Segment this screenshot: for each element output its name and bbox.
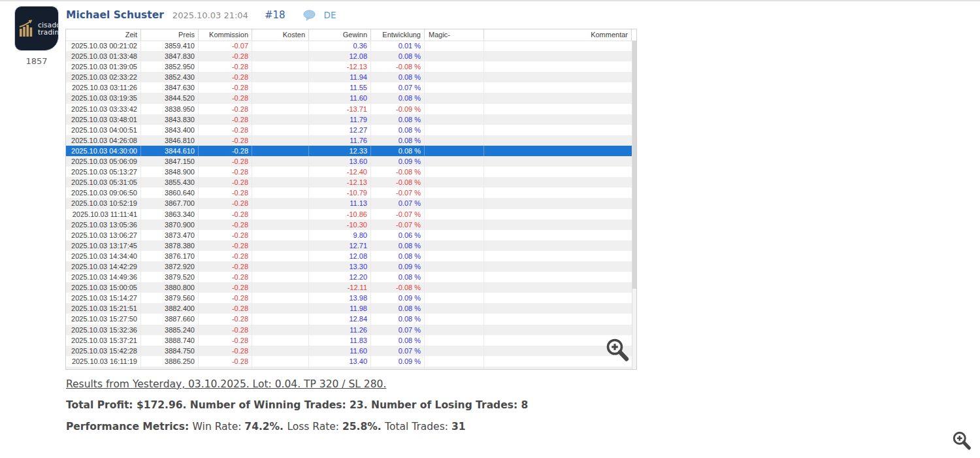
- cell-kosten: [252, 261, 309, 272]
- table-row[interactable]: 2025.10.03 14:34:403876.170-0.2812.080.0…: [66, 251, 632, 261]
- cell-kommission: -0.28: [199, 325, 252, 335]
- table-row[interactable]: 2025.10.03 03:11:263847.630-0.2811.550.0…: [66, 82, 632, 93]
- cell-gewinn: 12.33: [309, 146, 371, 156]
- table-row[interactable]: 2025.10.03 03:19:353844.520-0.2811.600.0…: [66, 93, 632, 103]
- table-row[interactable]: 2025.10.03 05:13:273848.900-0.28-12.40-0…: [66, 167, 632, 177]
- table-row[interactable]: 2025.10.03 04:30:003844.610-0.2812.330.0…: [66, 146, 632, 156]
- cell-entwicklung: 0.08 %: [371, 72, 425, 82]
- cell-kosten: [252, 293, 309, 303]
- cell-preis: 3848.900: [141, 167, 199, 177]
- cell-entwicklung: 0.08 %: [371, 251, 425, 261]
- cell-magic-number: [425, 156, 484, 167]
- cell-kommission: -0.28: [199, 356, 252, 367]
- table-scrollbar[interactable]: [632, 41, 636, 369]
- cell-magic-number: [425, 177, 484, 188]
- table-row[interactable]: 2025.10.03 02:33:223852.430-0.2811.940.0…: [66, 72, 632, 82]
- cell-zeit: 2025.10.03 10:52:19: [66, 198, 141, 208]
- cell-zeit: 2025.10.03 09:06:50: [66, 188, 141, 198]
- table-row[interactable]: 2025.10.03 04:00:513843.400-0.2812.270.0…: [66, 125, 632, 135]
- cell-kommission: -0.28: [199, 272, 252, 282]
- cell-preis: 3843.400: [141, 125, 199, 135]
- cell-magic-number: [425, 104, 484, 114]
- table-row[interactable]: 2025.10.03 03:33:423838.950-0.28-13.71-0…: [66, 104, 632, 114]
- cell-entwicklung: 0.08 %: [371, 114, 425, 125]
- cell-magic-number: [425, 325, 484, 335]
- table-row[interactable]: 2025.10.03 15:42:283884.750-0.2811.600.0…: [66, 346, 632, 356]
- cell-kommission: -0.28: [199, 61, 252, 72]
- table-row[interactable]: 2025.10.03 16:11:193886.250-0.2813.400.0…: [66, 356, 632, 367]
- cell-zeit: 2025.10.03 03:11:26: [66, 82, 141, 93]
- cell-magic-number: [425, 335, 484, 346]
- cell-kommission: -0.28: [199, 93, 252, 103]
- cell-magic-number: [425, 367, 484, 369]
- table-row[interactable]: 2025.10.03 09:06:503860.640-0.28-10.79-0…: [66, 188, 632, 198]
- column-header-kosten[interactable]: Kosten: [252, 29, 309, 41]
- table-row[interactable]: 2025.10.03 10:52:193867.700-0.2811.130.0…: [66, 198, 632, 208]
- cell-preis: 3843.830: [141, 114, 199, 125]
- cell-entwicklung: 0.09 %: [371, 261, 425, 272]
- table-row[interactable]: 2025.10.03 01:39:053852.950-0.28-12.13-0…: [66, 61, 632, 72]
- table-row[interactable]: 2025.10.03 15:14:273879.560-0.2813.980.0…: [66, 293, 632, 303]
- table-row[interactable]: 2025.10.03 11:11:413863.340-0.28-10.86-0…: [66, 209, 632, 220]
- table-row[interactable]: 2025.10.03 01:33:483847.830-0.2812.080.0…: [66, 51, 632, 61]
- cell-magic-number: [425, 209, 484, 220]
- cell-kosten: [252, 220, 309, 230]
- table-row[interactable]: [66, 367, 632, 369]
- cell-preis: 3855.430: [141, 177, 199, 188]
- cell-kosten: [252, 335, 309, 346]
- table-body: 2025.10.03 00:21:023859.410-0.070.360.01…: [66, 41, 632, 369]
- column-header-kommission[interactable]: Kommission: [199, 29, 252, 41]
- cell-kosten: [252, 188, 309, 198]
- table-row[interactable]: 2025.10.03 14:42:293872.920-0.2813.300.0…: [66, 261, 632, 272]
- language-link[interactable]: DE: [324, 10, 336, 20]
- cell-kommentar: [484, 230, 632, 240]
- author-link[interactable]: Michael Schuster: [66, 9, 164, 21]
- cell-preis: 3886.250: [141, 356, 199, 367]
- cell-gewinn: 11.76: [309, 135, 371, 146]
- column-header-entwicklung[interactable]: Entwicklung: [371, 29, 425, 41]
- scrollbar-thumb[interactable]: [632, 41, 636, 289]
- cell-preis: 3847.830: [141, 51, 199, 61]
- cell-kommentar: [484, 61, 632, 72]
- cell-entwicklung: [371, 367, 425, 369]
- table-row[interactable]: 2025.10.03 15:27:503887.660-0.2812.840.0…: [66, 314, 632, 324]
- table-row[interactable]: 2025.10.03 15:37:213888.740-0.2811.830.0…: [66, 335, 632, 346]
- column-header-preis[interactable]: Preis: [141, 29, 199, 41]
- column-header-kommentar[interactable]: Kommentar: [484, 29, 632, 41]
- post-number-link[interactable]: #18: [265, 9, 286, 21]
- table-row[interactable]: 2025.10.03 13:05:363870.900-0.28-10.30-0…: [66, 220, 632, 230]
- table-row[interactable]: 2025.10.03 13:06:273873.470-0.289.800.06…: [66, 230, 632, 240]
- cell-magic-number: [425, 198, 484, 208]
- cell-preis: 3852.430: [141, 72, 199, 82]
- table-row[interactable]: 2025.10.03 15:32:363885.240-0.2811.260.0…: [66, 325, 632, 335]
- table-row[interactable]: 2025.10.03 05:06:093847.150-0.2813.600.0…: [66, 156, 632, 167]
- cell-kosten: [252, 325, 309, 335]
- cell-magic-number: [425, 51, 484, 61]
- table-row[interactable]: 2025.10.03 15:00:053880.800-0.28-12.11-0…: [66, 282, 632, 293]
- column-header-magic-number[interactable]: Magic-Number▲: [425, 29, 484, 41]
- table-row[interactable]: 2025.10.03 13:17:453878.380-0.2812.710.0…: [66, 240, 632, 251]
- comment-bubble-icon[interactable]: [303, 10, 316, 21]
- user-avatar[interactable]: cisado trading: [14, 6, 59, 51]
- table-row[interactable]: 2025.10.03 03:48:013843.830-0.2811.790.0…: [66, 114, 632, 125]
- cell-gewinn: 12.08: [309, 251, 371, 261]
- table-row[interactable]: 2025.10.03 04:26:083846.810-0.2811.760.0…: [66, 135, 632, 146]
- page-zoom-icon[interactable]: [951, 429, 973, 454]
- table-row[interactable]: 2025.10.03 15:21:513882.400-0.2811.980.0…: [66, 303, 632, 314]
- cell-kommentar: [484, 93, 632, 103]
- cell-kommentar: [484, 135, 632, 146]
- table-row[interactable]: 2025.10.03 05:31:053855.430-0.28-12.13-0…: [66, 177, 632, 188]
- image-zoom-icon[interactable]: [604, 336, 631, 366]
- column-header-gewinn[interactable]: Gewinn: [309, 29, 371, 41]
- cell-zeit: 2025.10.03 03:33:42: [66, 104, 141, 114]
- cell-gewinn: 11.26: [309, 325, 371, 335]
- cell-kommission: -0.28: [199, 346, 252, 356]
- table-row[interactable]: 2025.10.03 14:49:363879.520-0.2812.200.0…: [66, 272, 632, 282]
- cell-magic-number: [425, 93, 484, 103]
- column-header-zeit[interactable]: Zeit: [66, 29, 141, 41]
- cell-zeit: 2025.10.03 15:32:36: [66, 325, 141, 335]
- cell-kosten: [252, 251, 309, 261]
- cell-entwicklung: 0.08 %: [371, 135, 425, 146]
- cell-preis: 3887.660: [141, 314, 199, 324]
- table-row[interactable]: 2025.10.03 00:21:023859.410-0.070.360.01…: [66, 41, 632, 51]
